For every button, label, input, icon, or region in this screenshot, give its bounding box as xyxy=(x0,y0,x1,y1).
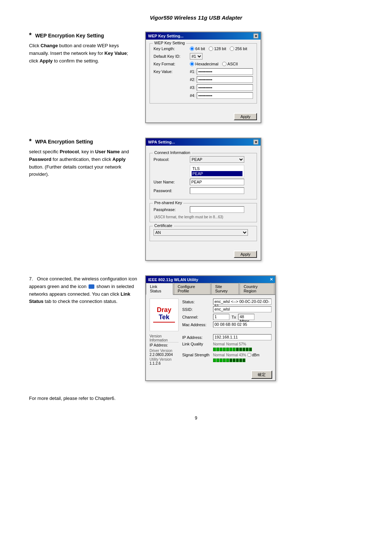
cert-select[interactable]: AN xyxy=(154,229,248,236)
key-length-radios: 64 bit 128 bit 256 bit xyxy=(190,46,247,51)
channel-tx-group: 1 Tx 48 Mbps xyxy=(213,314,254,320)
wep-dialog-body: WEP Key Setting Key Length: 64 bit 128 b… xyxy=(146,40,261,111)
preshared-label: Pre-shared Key xyxy=(153,200,183,205)
default-key-select[interactable]: #1 #2 #3 #4 xyxy=(190,53,203,60)
key3-row: #3: xyxy=(154,84,253,91)
signal-bar-row xyxy=(182,358,271,362)
wlan-section: 7. Once connected, the wireless configur… xyxy=(22,275,370,381)
wpa-section: * WPA Encryption Setting select specific… xyxy=(22,138,370,261)
wlan-description: 7. Once connected, the wireless configur… xyxy=(29,275,138,305)
username-input[interactable] xyxy=(190,179,244,185)
tab-link-status[interactable]: Link Status xyxy=(146,283,173,295)
radio-256bit-input[interactable] xyxy=(230,46,234,51)
wep-heading: * WEP Encryption Key Setting xyxy=(29,32,138,39)
wpa-dialog-container: WPA Setting... ✕ Connect Information Pro… xyxy=(145,138,370,261)
link-quality-bar-row xyxy=(182,348,271,351)
wep-section: * WEP Encryption Key Setting Click Chang… xyxy=(22,32,370,123)
wep-close-button[interactable]: ✕ xyxy=(253,33,258,39)
wpa-dialog-title: WPA Setting... xyxy=(148,140,175,144)
wpa-text: * WPA Encryption Setting select specific… xyxy=(22,138,145,178)
tx-value: 48 Mbps xyxy=(238,314,254,320)
radio-128bit-input[interactable] xyxy=(209,46,213,51)
key-format-row: Key Format: Hexadecimal ASCII xyxy=(154,62,253,66)
wep-description: Click Change button and create WEP keys … xyxy=(29,42,138,65)
link-quality-row: Link Quality Normal Normal 57% xyxy=(182,342,271,346)
key-format-label: Key Format: xyxy=(154,62,190,66)
radio-ascii-input[interactable] xyxy=(222,62,226,66)
connect-info-group: Connect Information Protocol: PEAP TLS T… xyxy=(150,153,257,199)
wep-group-box: WEP Key Setting Key Length: 64 bit 128 b… xyxy=(150,43,257,104)
wpa-close-button[interactable]: ✕ xyxy=(253,139,258,145)
wpa-description: select specific Protocol, key in User Na… xyxy=(29,148,138,178)
passphrase-hint: (ASCII format, the length must be in 8..… xyxy=(154,215,253,219)
wlan-dialog-container: IEEE 802.11g WLAN Utility ✕ Link Status … xyxy=(145,275,370,381)
tab-country-region[interactable]: Country Region xyxy=(240,283,274,294)
default-key-label: Default Key ID: xyxy=(154,54,190,58)
wep-text: * WEP Encryption Key Setting Click Chang… xyxy=(22,32,145,65)
wep-bullet: * xyxy=(29,32,32,39)
wpa-dialog-titlebar: WPA Setting... ✕ xyxy=(146,138,261,146)
protocol-option-tls[interactable]: TLS xyxy=(192,166,242,171)
wlan-dialog-title: IEEE 802.11g WLAN Utility xyxy=(148,278,198,282)
protocol-select[interactable]: PEAP TLS xyxy=(190,156,244,163)
wep-dialog-title: WEP Key Setting... xyxy=(148,34,184,38)
mac-field-label: Mac Address: xyxy=(182,323,213,327)
draytek-logo: Dray Tek xyxy=(150,299,179,331)
lq-block-1 xyxy=(213,348,216,351)
key3-input[interactable] xyxy=(197,84,253,91)
wlan-text: 7. Once connected, the wireless configur… xyxy=(22,275,145,305)
sig-block-6 xyxy=(229,358,232,362)
wlan-ok-button[interactable]: 確定 xyxy=(251,370,272,379)
ip-field-label: IP Address: xyxy=(182,335,213,340)
passphrase-input[interactable] xyxy=(190,206,244,213)
passphrase-label: Passphrase: xyxy=(154,207,190,212)
key1-id-label: #1: xyxy=(184,69,195,74)
tab-configure-profile[interactable]: Configure Profile xyxy=(174,283,211,294)
key1-input[interactable] xyxy=(197,68,253,75)
ip-row: IP Address: xyxy=(150,343,179,347)
key2-input[interactable] xyxy=(197,76,253,83)
lq-block-8 xyxy=(236,348,239,351)
logo-divider xyxy=(153,322,175,323)
key-length-row: Key Length: 64 bit 128 bit xyxy=(154,46,253,51)
radio-hex-input[interactable] xyxy=(190,62,194,66)
ip-value: 192.168.1.11 xyxy=(213,334,271,340)
tab-site-survey[interactable]: Site Survey xyxy=(211,283,239,294)
protocol-option-peap[interactable]: PEAP xyxy=(192,171,242,176)
radio-256bit[interactable]: 256 bit xyxy=(230,46,247,51)
radio-hex[interactable]: Hexadecimal xyxy=(190,62,219,66)
radio-64bit-input[interactable] xyxy=(190,46,194,51)
wep-apply-button[interactable]: Apply xyxy=(234,113,257,120)
wep-dialog: WEP Key Setting... ✕ WEP Key Setting Key… xyxy=(145,32,261,123)
channel-row: Channel: 1 Tx 48 Mbps xyxy=(182,314,271,320)
sig-block-8 xyxy=(236,358,239,362)
radio-ascii-label: ASCII xyxy=(228,62,238,66)
ssid-value: enc_wlsl xyxy=(213,306,271,312)
signal-label: Signal Strength xyxy=(182,353,213,357)
wep-dialog-container: WEP Key Setting... ✕ WEP Key Setting Key… xyxy=(145,32,370,123)
wep-dialog-footer: Apply xyxy=(146,111,261,122)
preshared-group: Pre-shared Key Passphrase: (ASCII format… xyxy=(150,203,257,222)
utility-version-value: 1.1.2.6 xyxy=(150,361,179,365)
cert-group: Certificate AN xyxy=(150,226,257,241)
key4-input[interactable] xyxy=(197,92,253,99)
lq-block-7 xyxy=(233,348,236,351)
signal-dbm-checkbox[interactable] xyxy=(248,353,251,357)
password-input[interactable] xyxy=(190,187,244,194)
key2-id-label: #2: xyxy=(184,77,195,82)
sig-block-1 xyxy=(213,358,216,362)
wpa-apply-button[interactable]: Apply xyxy=(234,251,257,258)
ip-value-row: IP Address: 192.168.1.11 xyxy=(182,334,271,340)
radio-256bit-label: 256 bit xyxy=(235,46,247,51)
username-row: User Name: xyxy=(154,179,253,185)
page-title: Vigor550 Wireless 11g USB Adapter xyxy=(22,15,370,21)
protocol-label: Protocol: xyxy=(154,157,190,162)
lq-block-5 xyxy=(226,348,229,351)
driver-version-label: Driver Version xyxy=(150,349,179,353)
radio-128bit[interactable]: 128 bit xyxy=(209,46,226,51)
radio-64bit[interactable]: 64 bit xyxy=(190,46,205,51)
password-row: Password: xyxy=(154,187,253,194)
wlan-close-button[interactable]: ✕ xyxy=(270,277,273,282)
logo-container: Dray Tek xyxy=(153,307,175,323)
radio-ascii[interactable]: ASCII xyxy=(222,62,238,66)
